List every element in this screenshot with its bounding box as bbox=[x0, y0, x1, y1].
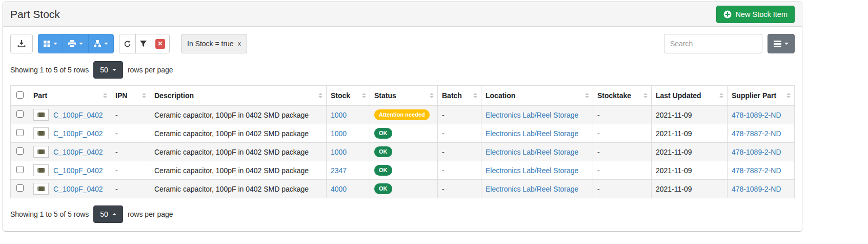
location-link[interactable]: Electronics Lab/Reel Storage bbox=[486, 148, 578, 156]
table-row: C_100pF_0402 - Ceramic capacitor, 100pF … bbox=[11, 180, 795, 198]
part-thumbnail bbox=[33, 109, 49, 121]
column-header[interactable]: Part bbox=[29, 86, 111, 106]
chevron-up-icon bbox=[112, 213, 116, 215]
supplier-part-link[interactable]: 478-7887-2-ND bbox=[732, 166, 781, 175]
part-link[interactable]: C_100pF_0402 bbox=[53, 166, 103, 175]
stocktake-cell: - bbox=[593, 180, 652, 198]
sort-icon bbox=[719, 93, 723, 98]
batch-cell: - bbox=[438, 180, 481, 198]
table-toolbar: ✕ In Stock = true x bbox=[10, 34, 795, 53]
column-header[interactable]: Status bbox=[370, 86, 438, 106]
filter-button[interactable] bbox=[135, 34, 151, 53]
column-header-label: Stock bbox=[331, 91, 350, 100]
sort-icon bbox=[103, 93, 107, 98]
columns-dropdown-button[interactable] bbox=[768, 34, 795, 53]
part-link[interactable]: C_100pF_0402 bbox=[53, 111, 103, 119]
ipn-cell: - bbox=[111, 180, 150, 198]
location-cell: Electronics Lab/Reel Storage bbox=[481, 143, 593, 161]
location-link[interactable]: Electronics Lab/Reel Storage bbox=[486, 129, 578, 138]
new-stock-item-button[interactable]: New Stock Item bbox=[716, 6, 795, 23]
row-checkbox[interactable] bbox=[16, 110, 24, 118]
layout-dropdown-button[interactable] bbox=[38, 34, 63, 53]
location-link[interactable]: Electronics Lab/Reel Storage bbox=[486, 185, 578, 193]
sort-icon bbox=[786, 93, 791, 98]
part-cell: C_100pF_0402 bbox=[29, 143, 111, 161]
stock-link[interactable]: 4000 bbox=[331, 185, 347, 193]
chevron-down-icon bbox=[112, 69, 116, 71]
column-header[interactable]: Supplier Part bbox=[728, 86, 795, 106]
remove-filter-icon[interactable]: x bbox=[238, 40, 241, 47]
stock-actions-dropdown-button[interactable] bbox=[88, 34, 114, 53]
description-cell: Ceramic capacitor, 100pF in 0402 SMD pac… bbox=[150, 161, 327, 180]
page-size-dropdown[interactable]: 50 bbox=[93, 61, 123, 79]
location-link[interactable]: Electronics Lab/Reel Storage bbox=[486, 166, 578, 175]
sort-icon bbox=[142, 93, 146, 98]
sort-icon bbox=[318, 93, 322, 98]
column-header[interactable]: Batch bbox=[438, 86, 481, 106]
column-header-label: Description bbox=[154, 91, 194, 100]
part-link[interactable]: C_100pF_0402 bbox=[53, 129, 103, 138]
column-header[interactable]: Description bbox=[150, 86, 327, 106]
print-dropdown-button[interactable] bbox=[63, 34, 89, 53]
stocktake-cell: - bbox=[593, 124, 652, 143]
column-header[interactable]: Last Updated bbox=[652, 86, 728, 106]
supplier-part-link[interactable]: 478-1089-2-ND bbox=[732, 185, 781, 193]
location-cell: Electronics Lab/Reel Storage bbox=[481, 180, 593, 198]
column-header-label: IPN bbox=[115, 91, 127, 100]
stock-link[interactable]: 1000 bbox=[331, 111, 347, 119]
row-checkbox[interactable] bbox=[16, 147, 24, 155]
supplier-part-link[interactable]: 478-1089-2-ND bbox=[732, 111, 781, 119]
status-cell: OK bbox=[370, 124, 438, 143]
download-icon bbox=[17, 40, 26, 48]
column-header[interactable]: IPN bbox=[111, 86, 150, 106]
stocktake-cell: - bbox=[593, 143, 652, 161]
chevron-down-icon bbox=[53, 43, 57, 45]
status-cell: OK bbox=[370, 143, 438, 161]
last-updated-cell: 2021-11-09 bbox=[652, 180, 728, 198]
refresh-button[interactable] bbox=[119, 34, 136, 53]
download-button[interactable] bbox=[10, 34, 33, 53]
last-updated-cell: 2021-11-09 bbox=[652, 143, 728, 161]
stock-cell: 1000 bbox=[327, 143, 370, 161]
status-badge: Attention needed bbox=[374, 109, 430, 120]
row-checkbox[interactable] bbox=[16, 184, 24, 192]
column-header-label: Supplier Part bbox=[732, 91, 776, 100]
sort-icon bbox=[643, 93, 648, 98]
supplier-part-cell: 478-7887-2-ND bbox=[728, 161, 795, 180]
supplier-part-link[interactable]: 478-1089-2-ND bbox=[732, 148, 781, 156]
page-size-dropdown[interactable]: 50 bbox=[93, 205, 123, 223]
row-checkbox[interactable] bbox=[16, 129, 24, 136]
last-updated-cell: 2021-11-09 bbox=[652, 106, 728, 124]
part-cell: C_100pF_0402 bbox=[29, 161, 111, 180]
table-row: C_100pF_0402 - Ceramic capacitor, 100pF … bbox=[11, 106, 795, 124]
location-cell: Electronics Lab/Reel Storage bbox=[481, 161, 593, 180]
stock-link[interactable]: 2347 bbox=[331, 166, 347, 175]
ipn-cell: - bbox=[111, 106, 150, 124]
column-header[interactable]: Stock bbox=[327, 86, 370, 106]
search-input[interactable] bbox=[664, 34, 762, 53]
location-link[interactable]: Electronics Lab/Reel Storage bbox=[486, 111, 578, 119]
column-header[interactable]: Location bbox=[481, 86, 593, 106]
chevron-down-icon bbox=[104, 43, 108, 45]
stock-link[interactable]: 1000 bbox=[331, 129, 347, 138]
part-cell: C_100pF_0402 bbox=[29, 106, 111, 124]
part-thumbnail bbox=[33, 146, 49, 158]
column-header[interactable]: Stocktake bbox=[593, 86, 652, 106]
stock-link[interactable]: 1000 bbox=[331, 148, 347, 156]
row-checkbox[interactable] bbox=[16, 166, 24, 173]
ipn-cell: - bbox=[111, 143, 150, 161]
stocktake-cell: - bbox=[593, 161, 652, 180]
part-link[interactable]: C_100pF_0402 bbox=[53, 185, 103, 193]
chevron-down-icon bbox=[79, 43, 83, 45]
status-cell: OK bbox=[370, 161, 438, 180]
select-all-checkbox[interactable] bbox=[16, 91, 24, 99]
location-cell: Electronics Lab/Reel Storage bbox=[481, 106, 593, 124]
column-header-label: Part bbox=[33, 91, 47, 100]
supplier-part-link[interactable]: 478-7887-2-ND bbox=[732, 129, 781, 138]
clear-filters-button[interactable]: ✕ bbox=[151, 34, 170, 53]
page-title: Part Stock bbox=[10, 8, 60, 21]
list-columns-icon bbox=[774, 41, 781, 47]
part-link[interactable]: C_100pF_0402 bbox=[53, 148, 103, 156]
part-thumbnail bbox=[33, 164, 49, 176]
showing-rows-text: Showing 1 to 5 of 5 rows bbox=[10, 210, 89, 218]
